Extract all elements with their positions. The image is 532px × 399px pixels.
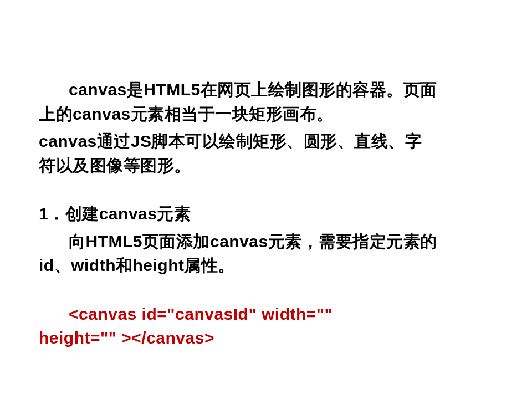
paragraph-intro-1: canvas是HTML5在网页上绘制图形的容器。页面 上的canvas元素相当于… — [39, 78, 493, 126]
text-line: canvas通过JS脚本可以绘制矩形、圆形、直线、字 — [39, 132, 422, 150]
code-line: height="" ></canvas> — [39, 329, 214, 347]
spacer — [39, 181, 493, 202]
code-snippet: <canvas id="canvasId" width="" height=""… — [39, 302, 493, 350]
code-line: <canvas id="canvasId" width="" — [39, 302, 332, 326]
text-line: canvas是HTML5在网页上绘制图形的容器。页面 — [39, 78, 437, 102]
slide-content: canvas是HTML5在网页上绘制图形的容器。页面 上的canvas元素相当于… — [0, 0, 532, 399]
paragraph-intro-2: canvas通过JS脚本可以绘制矩形、圆形、直线、字 符以及图像等图形。 — [39, 129, 493, 177]
text-line: 1．创建canvas元素 — [39, 204, 191, 223]
paragraph-step-1-desc: 向HTML5页面添加canvas元素，需要指定元素的 id、width和heig… — [39, 229, 493, 278]
text-line: 向HTML5页面添加canvas元素，需要指定元素的 — [39, 229, 437, 254]
heading-step-1: 1．创建canvas元素 — [39, 202, 493, 226]
text-line: 上的canvas元素相当于一块矩形画布。 — [39, 105, 334, 123]
spacer — [39, 281, 493, 302]
text-line: 符以及图像等图形。 — [39, 156, 191, 175]
text-line: id、width和height属性。 — [39, 256, 235, 274]
